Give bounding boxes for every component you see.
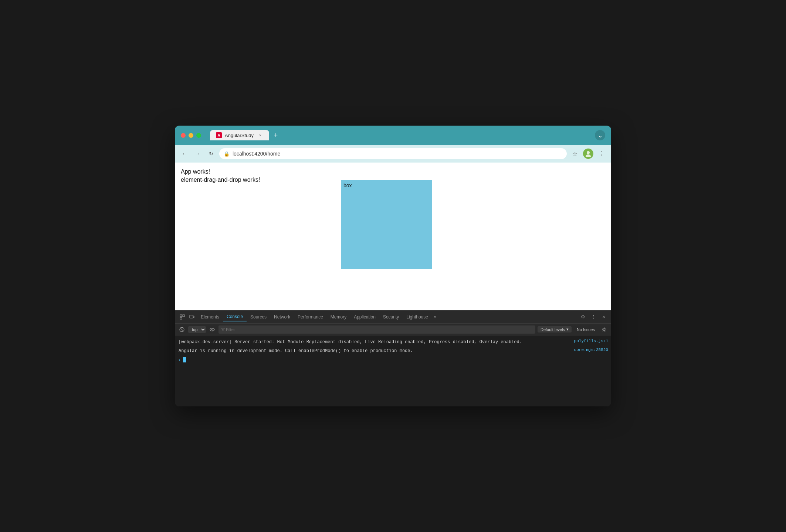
address-text: localhost:4200/home: [233, 151, 562, 157]
tab-console[interactable]: Console: [223, 313, 247, 321]
svg-point-10: [211, 329, 213, 330]
devtools-more-options-button[interactable]: ⋮: [589, 313, 598, 321]
console-source-2[interactable]: core.mjs:25520: [574, 348, 608, 352]
devtools-panel: Elements Console Sources Network Perform…: [175, 310, 611, 406]
filter-bar[interactable]: ▽: [218, 325, 535, 334]
app-works-text: App works!: [181, 168, 605, 175]
tab-performance[interactable]: Performance: [294, 313, 327, 321]
tab-application[interactable]: Application: [350, 313, 379, 321]
clear-console-button[interactable]: [178, 325, 186, 334]
devtools-tab-bar: Elements Console Sources Network Perform…: [175, 310, 611, 324]
no-issues-badge: No Issues: [574, 327, 598, 332]
browser-window: A AngularStudy × + ⌄ ← → ↻ 🔒 localhost:4…: [175, 126, 611, 406]
tab-network[interactable]: Network: [270, 313, 294, 321]
page-content: App works! element-drag-and-drop works! …: [175, 163, 611, 310]
tab-title: AngularStudy: [225, 133, 254, 138]
more-tabs-button[interactable]: »: [432, 313, 439, 321]
svg-rect-2: [180, 315, 182, 317]
tab-elements[interactable]: Elements: [197, 313, 223, 321]
svg-rect-3: [180, 317, 182, 319]
default-levels-button[interactable]: Default levels ▾: [538, 326, 572, 332]
profile-button[interactable]: [583, 149, 593, 159]
box-label: box: [343, 183, 430, 188]
console-line: [webpack-dev-server] Server started: Hot…: [175, 338, 611, 347]
reload-button[interactable]: ↻: [206, 149, 216, 159]
console-message-2: Angular is running in development mode. …: [179, 348, 571, 354]
browser-tab[interactable]: A AngularStudy ×: [210, 130, 269, 140]
nav-right: ☆ ⋮: [570, 149, 607, 159]
tab-memory[interactable]: Memory: [327, 313, 350, 321]
devtools-settings-button[interactable]: ⚙: [579, 313, 587, 321]
tab-lighthouse[interactable]: Lighthouse: [403, 313, 432, 321]
device-toolbar-button[interactable]: [187, 313, 196, 321]
minimize-window-button[interactable]: [189, 133, 193, 138]
tab-dropdown-button[interactable]: ⌄: [595, 130, 605, 140]
back-button[interactable]: ←: [179, 149, 190, 159]
console-source-1[interactable]: polyfills.js:1: [574, 339, 608, 343]
menu-button[interactable]: ⋮: [596, 149, 607, 159]
security-icon: 🔒: [224, 151, 230, 157]
svg-rect-5: [190, 315, 193, 318]
console-toolbar: top ▽ Default levels ▾ No Issues: [175, 324, 611, 335]
maximize-window-button[interactable]: [196, 133, 201, 138]
new-tab-button[interactable]: +: [271, 130, 281, 140]
console-line: Angular is running in development mode. …: [175, 347, 611, 355]
filter-input[interactable]: [226, 327, 532, 332]
bookmark-button[interactable]: ☆: [570, 149, 580, 159]
title-bar: A AngularStudy × + ⌄: [175, 126, 611, 145]
nav-bar: ← → ↻ 🔒 localhost:4200/home ☆ ⋮: [175, 145, 611, 163]
devtools-close-button[interactable]: ×: [599, 313, 608, 321]
tab-favicon: A: [216, 132, 222, 138]
filter-icon: ▽: [221, 327, 224, 332]
console-prompt[interactable]: ›: [175, 355, 611, 364]
traffic-lights: [181, 133, 201, 138]
console-cursor: [183, 357, 186, 362]
tab-security[interactable]: Security: [379, 313, 403, 321]
svg-point-9: [210, 328, 214, 331]
svg-line-8: [180, 328, 183, 331]
prompt-chevron: ›: [178, 357, 181, 363]
console-message-1: [webpack-dev-server] Server started: Hot…: [179, 339, 571, 345]
profile-icon: [585, 150, 592, 157]
console-settings-button[interactable]: [600, 325, 608, 334]
svg-point-0: [587, 151, 590, 154]
drag-box[interactable]: box: [341, 180, 432, 269]
eye-button[interactable]: [208, 325, 216, 334]
svg-point-11: [603, 328, 605, 330]
svg-rect-4: [183, 315, 184, 317]
tab-bar: A AngularStudy × +: [210, 130, 590, 140]
svg-point-1: [586, 154, 591, 157]
close-window-button[interactable]: [181, 133, 186, 138]
console-output: [webpack-dev-server] Server started: Hot…: [175, 335, 611, 406]
tab-close-button[interactable]: ×: [257, 132, 263, 138]
devtools-controls: ⚙ ⋮ ×: [579, 313, 608, 321]
tab-sources[interactable]: Sources: [247, 313, 270, 321]
inspect-element-button[interactable]: [178, 313, 187, 321]
svg-rect-6: [193, 316, 194, 318]
context-selector[interactable]: top: [188, 326, 206, 333]
address-bar[interactable]: 🔒 localhost:4200/home: [219, 148, 567, 159]
forward-button[interactable]: →: [193, 149, 203, 159]
